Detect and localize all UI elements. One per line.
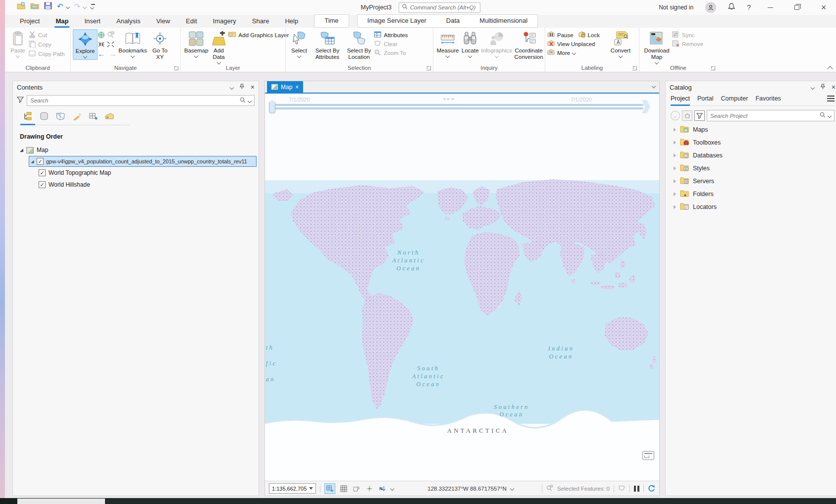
- tab-multidimensional[interactable]: Multidimensional: [470, 15, 537, 27]
- zoom-to-button[interactable]: Zoom To: [374, 49, 408, 56]
- selection-launcher-icon[interactable]: [426, 66, 431, 70]
- expand-icon[interactable]: [674, 153, 676, 157]
- time-slider-start-handle[interactable]: [269, 100, 275, 113]
- contents-search[interactable]: [27, 95, 255, 106]
- convert-labels-button[interactable]: A Convert: [608, 29, 633, 59]
- catalog-tab-portal[interactable]: Portal: [697, 94, 714, 103]
- map-coordinates[interactable]: 128.3322137°W 88.6717557°N: [406, 486, 535, 492]
- go-to-xy-button[interactable]: Go To XY: [149, 29, 171, 62]
- map-attribution-icon[interactable]: [642, 451, 654, 460]
- notifications-icon[interactable]: [728, 3, 735, 12]
- select-by-attributes-button[interactable]: Select By Attributes: [311, 29, 344, 62]
- tab-project[interactable]: Project: [12, 15, 48, 28]
- tab-view[interactable]: View: [148, 15, 178, 28]
- bookmarks-button[interactable]: Bookmarks: [116, 29, 149, 59]
- open-project-icon[interactable]: [30, 2, 39, 11]
- north-arrow-icon[interactable]: N: [378, 484, 387, 493]
- layer-row-world-topographic[interactable]: ✓ World Topographic Map: [13, 167, 259, 179]
- account-avatar[interactable]: [705, 2, 716, 13]
- command-search[interactable]: [399, 2, 480, 13]
- selection-shape-icon[interactable]: [618, 485, 626, 492]
- select-button[interactable]: Select: [288, 29, 311, 59]
- tab-time[interactable]: Time: [314, 15, 348, 27]
- pin-icon[interactable]: [239, 84, 245, 91]
- sync-button[interactable]: Sync: [672, 31, 703, 39]
- measure-button[interactable]: Measure: [435, 29, 460, 59]
- expand-icon[interactable]: [674, 179, 676, 183]
- tab-insert[interactable]: Insert: [76, 15, 108, 28]
- tab-list-by-drawing-order[interactable]: [22, 111, 34, 122]
- next-extent-icon[interactable]: →: [109, 50, 116, 57]
- redo-button[interactable]: ↷: [74, 2, 81, 11]
- close-map-tab-icon[interactable]: ×: [295, 84, 299, 91]
- search-options-chevron-icon[interactable]: [248, 99, 252, 102]
- search-options-chevron-icon[interactable]: [828, 114, 832, 118]
- tab-share[interactable]: Share: [244, 15, 277, 28]
- catalog-tab-project[interactable]: Project: [671, 94, 690, 103]
- expand-icon[interactable]: [31, 160, 34, 163]
- filter-icon[interactable]: [17, 97, 24, 104]
- attributes-button[interactable]: Attributes: [374, 31, 408, 39]
- back-icon[interactable]: ←: [671, 111, 680, 120]
- sign-in-status[interactable]: Not signed in: [659, 4, 693, 11]
- catalog-search-input[interactable]: [710, 113, 817, 119]
- snapping-tool-icon[interactable]: [352, 484, 361, 493]
- redo-dropdown-icon[interactable]: [83, 4, 87, 8]
- view-unplaced-button[interactable]: View Unplaced: [547, 40, 608, 48]
- layer-row-map[interactable]: Map: [13, 144, 259, 156]
- infographics-button[interactable]: Infographics: [480, 29, 513, 59]
- copy-path-button[interactable]: Copy Path: [29, 50, 65, 58]
- maximize-button[interactable]: [789, 1, 804, 14]
- layer-row-gpw-population[interactable]: ✓ gpw-v4\gpw_v4_population_count_adjuste…: [29, 156, 257, 167]
- tab-data[interactable]: Data: [436, 15, 470, 27]
- minimize-button[interactable]: [763, 1, 778, 14]
- home-icon[interactable]: [682, 110, 692, 121]
- catalog-tab-favorites[interactable]: Favorites: [755, 94, 781, 103]
- collapse-ribbon-icon[interactable]: [827, 66, 833, 71]
- fixed-zoom-out-icon[interactable]: [107, 41, 114, 49]
- catalog-menu-icon[interactable]: [811, 85, 815, 89]
- taskbar-app-segment[interactable]: [17, 499, 105, 504]
- catalog-item-databases[interactable]: Databases: [666, 149, 836, 162]
- map-canvas[interactable]: 7/1/2020 7/1/2020 ◂▸▸: [265, 95, 659, 481]
- copy-button[interactable]: Copy: [29, 41, 65, 49]
- search-icon[interactable]: [240, 97, 246, 104]
- undo-button[interactable]: ↶: [57, 2, 63, 11]
- offline-launcher-icon[interactable]: [711, 66, 715, 70]
- save-project-icon[interactable]: [44, 2, 52, 11]
- catalog-close-icon[interactable]: ×: [832, 83, 836, 91]
- paste-button[interactable]: Paste: [7, 29, 29, 59]
- catalog-search[interactable]: [707, 110, 835, 121]
- catalog-tab-computer[interactable]: Computer: [721, 94, 748, 103]
- time-slider[interactable]: 7/1/2020 7/1/2020 ◂▸▸: [269, 99, 646, 113]
- contents-close-icon[interactable]: ×: [251, 83, 255, 91]
- tab-list-by-snapping[interactable]: [87, 111, 99, 122]
- layer-checkbox-checked-icon[interactable]: ✓: [39, 169, 46, 176]
- basemap-button[interactable]: Basemap: [183, 29, 210, 59]
- expand-icon[interactable]: [674, 205, 676, 209]
- search-icon[interactable]: [820, 112, 826, 119]
- add-data-button[interactable]: Add Data: [210, 29, 228, 65]
- catalog-options-menu-icon[interactable]: [827, 96, 835, 102]
- add-graphics-layer-button[interactable]: Add Graphics Layer: [228, 31, 289, 39]
- pause-drawing-icon[interactable]: [634, 486, 639, 492]
- more-labeling-button[interactable]: More: [547, 49, 608, 56]
- expand-icon[interactable]: [20, 149, 23, 152]
- catalog-filter-icon[interactable]: [694, 110, 705, 121]
- close-button[interactable]: ×: [816, 1, 831, 14]
- refresh-icon[interactable]: [648, 485, 655, 493]
- pin-icon[interactable]: [820, 84, 826, 91]
- contents-menu-icon[interactable]: [230, 85, 234, 89]
- undo-dropdown-icon[interactable]: [65, 4, 69, 8]
- catalog-item-folders[interactable]: Folders: [666, 188, 836, 201]
- clear-button[interactable]: Clear: [374, 40, 408, 48]
- tab-imagery[interactable]: Imagery: [205, 15, 244, 28]
- tab-list-by-editing[interactable]: [71, 111, 83, 122]
- layer-checkbox-checked-icon[interactable]: ✓: [39, 181, 46, 188]
- layer-row-world-hillshade[interactable]: ✓ World Hillshade: [13, 179, 259, 191]
- remove-map-button[interactable]: Remove: [672, 40, 703, 48]
- catalog-item-styles[interactable]: Styles: [666, 162, 836, 175]
- view-tab-overflow-icon[interactable]: [652, 84, 656, 88]
- map-scale-select[interactable]: 1:135,662,705: [269, 483, 316, 494]
- new-project-icon[interactable]: [17, 2, 25, 11]
